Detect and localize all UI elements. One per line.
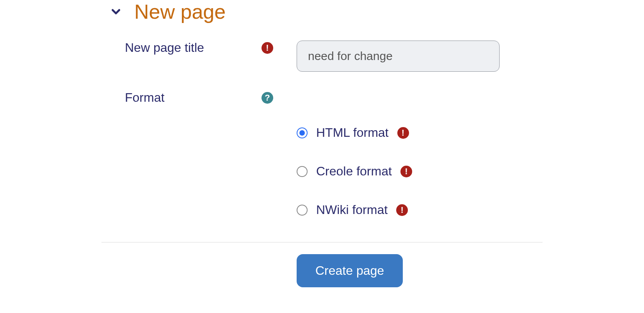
row-title: New page title !	[0, 31, 644, 81]
divider	[101, 242, 543, 242]
row-format: Format ? HTML format ! Creole format ! N…	[0, 81, 644, 226]
field-col-format: HTML format ! Creole format ! NWiki form…	[297, 90, 644, 217]
required-icon: !	[396, 204, 408, 216]
format-radio-group: HTML format ! Creole format ! NWiki form…	[297, 90, 503, 217]
format-option-nwiki[interactable]: NWiki format !	[297, 203, 503, 217]
required-icon: !	[397, 127, 409, 139]
create-page-button[interactable]: Create page	[297, 254, 403, 287]
chevron-down-icon	[109, 5, 123, 18]
required-icon: !	[400, 166, 412, 177]
label-new-page-title: New page title	[125, 41, 204, 55]
required-icon: !	[262, 42, 273, 54]
format-option-html[interactable]: HTML format !	[297, 126, 503, 140]
section-title: New page	[134, 0, 226, 23]
format-label-nwiki: NWiki format	[316, 203, 388, 217]
new-page-title-input[interactable]	[297, 41, 500, 72]
label-col-title: New page title !	[0, 41, 297, 55]
help-icon[interactable]: ?	[262, 92, 273, 104]
format-radio-nwiki[interactable]	[297, 205, 308, 216]
format-option-creole[interactable]: Creole format !	[297, 164, 503, 179]
format-label-creole: Creole format	[316, 164, 392, 179]
section-header[interactable]: New page	[0, 0, 644, 31]
format-radio-html[interactable]	[297, 127, 308, 138]
format-label-html: HTML format	[316, 126, 389, 140]
label-col-format: Format ?	[0, 90, 297, 105]
label-format: Format	[125, 90, 164, 105]
format-radio-creole[interactable]	[297, 166, 308, 177]
new-page-form: New page New page title ! Format ? HTML …	[0, 0, 644, 303]
field-col-title	[297, 41, 644, 72]
actions-row: Create page	[0, 254, 644, 287]
